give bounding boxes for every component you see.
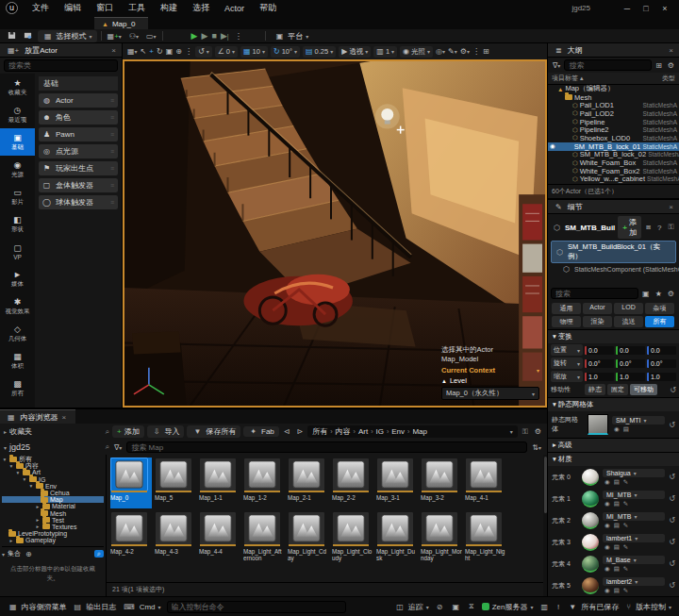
lock-icon[interactable]: ⚿ xyxy=(667,223,676,232)
add-component-button[interactable]: +添加 xyxy=(618,216,641,239)
chip-rendering[interactable]: 渲染 xyxy=(583,316,612,327)
help-icon[interactable]: ? xyxy=(655,224,663,232)
category-vp[interactable]: ▢VP xyxy=(0,238,35,265)
rotation-x-field[interactable]: 0.0° xyxy=(585,359,614,368)
minimize-button[interactable]: ─ xyxy=(619,4,636,13)
snap-options-icon[interactable]: ⋮ xyxy=(185,47,192,56)
browse-icon[interactable]: ◉ xyxy=(604,522,610,529)
browse-icon[interactable]: ◉ xyxy=(604,565,610,573)
select-mode-dropdown[interactable]: ▦ 选择模式 ▾ xyxy=(38,30,97,42)
category-media[interactable]: ►媒体 xyxy=(0,265,35,292)
save-all-button[interactable]: ▼保存所有 xyxy=(187,425,240,438)
favorites-header[interactable]: ▸收藏夹 ⌕ xyxy=(4,426,109,437)
browse-icon[interactable]: ◉ xyxy=(604,587,610,594)
outliner-row[interactable]: ⬡Pipeline2StaticMeshA xyxy=(548,125,679,134)
staticmesh-section-header[interactable]: ▾ 静态网格体 xyxy=(548,397,679,411)
gear-icon[interactable]: ⚙▾ xyxy=(460,47,470,56)
menu-tools[interactable]: 工具 xyxy=(122,2,152,14)
asset-tile[interactable]: Map_2-2 xyxy=(332,458,373,508)
asset-tile[interactable]: Map_1-2 xyxy=(243,458,285,508)
gear-icon[interactable]: ⚙ xyxy=(533,427,543,436)
eye-icon[interactable]: ◉ xyxy=(550,142,555,150)
close-icon[interactable]: × xyxy=(669,203,673,211)
staticmesh-asset-dropdown[interactable]: SM_MTI▾ xyxy=(612,416,665,425)
category-volumes[interactable]: ▦体积 xyxy=(0,347,35,375)
category-all[interactable]: ▩所有 xyxy=(0,375,35,402)
asset-tile[interactable]: Map_Light_Dusk xyxy=(376,511,418,562)
details-tab[interactable]: ✎ 细节 × xyxy=(548,200,679,214)
menu-select[interactable]: 选择 xyxy=(186,2,216,14)
display-options-icon[interactable]: ▣ xyxy=(640,290,652,298)
gear-icon[interactable]: ⚙ xyxy=(666,290,676,298)
chip-streaming[interactable]: 流送 xyxy=(614,316,643,327)
source-control-icon[interactable] xyxy=(22,31,34,42)
favorite-icon[interactable]: ★ xyxy=(654,290,664,298)
cmd-dropdown[interactable]: ⌨Cmd▾ xyxy=(122,603,160,611)
viewport-canvas[interactable]: 选择其中的Actor Map_Model Current Context▾ ▲L… xyxy=(123,59,547,408)
search-icon[interactable]: ⌕ xyxy=(106,427,109,437)
outliner-row[interactable]: ⬡Yellow_w...e_cabinetStaticMeshA xyxy=(548,175,679,184)
pick-icon[interactable]: ✎ xyxy=(623,500,628,508)
material-thumbnail[interactable] xyxy=(582,577,599,594)
all-saved-status[interactable]: ▼所有已保存 xyxy=(567,602,619,612)
content-browser-tab[interactable]: ▦ 内容浏览器 × xyxy=(0,409,75,424)
material-thumbnail[interactable] xyxy=(582,469,599,486)
search-icon[interactable]: ⌕ xyxy=(94,550,104,558)
rotation-snap-small[interactable]: ∠0▾ xyxy=(215,46,238,58)
copy-icon[interactable]: ▤ xyxy=(614,522,620,529)
maximize-button[interactable]: □ xyxy=(638,4,654,13)
play-frame-button[interactable]: ▶ xyxy=(202,31,208,41)
place-item-player-start[interactable]: ⚑玩家出生点≡ xyxy=(39,161,118,175)
asset-tile[interactable]: Map_4-2 xyxy=(110,511,152,562)
browse-icon[interactable]: ◉ xyxy=(604,478,610,486)
place-actors-search-input[interactable] xyxy=(4,59,118,72)
maximize-viewport-icon[interactable]: ⊞ xyxy=(483,47,489,56)
rotation-z-field[interactable]: 0.0° xyxy=(647,359,676,368)
tree-node-map[interactable]: Map xyxy=(2,496,104,503)
more-options-icon[interactable]: ⋮ xyxy=(472,47,480,56)
scale-x-field[interactable]: 1.0 xyxy=(585,373,614,381)
place-item-character[interactable]: ☻角色≡ xyxy=(39,110,118,125)
asset-tile[interactable]: Map_Light_Afternoon xyxy=(243,511,285,562)
breadcrumb-env[interactable]: Env xyxy=(391,427,405,436)
scale-dropdown[interactable]: 缩放▾ xyxy=(551,371,583,382)
menu-window[interactable]: 窗口 xyxy=(90,2,120,14)
breadcrumb-content[interactable]: 内容 xyxy=(336,426,351,437)
close-button[interactable]: × xyxy=(656,4,673,13)
materials-section-header[interactable]: ▾ 材质 xyxy=(548,452,679,466)
material-dropdown[interactable]: MI_MTB▾ xyxy=(603,512,665,521)
rotate-tool-icon[interactable]: ↻ xyxy=(157,47,163,56)
chip-actor[interactable]: Actor xyxy=(583,303,612,314)
output-log-button[interactable]: ▤输出日志 xyxy=(73,602,117,612)
scrollbar[interactable] xyxy=(543,455,547,596)
save-icon[interactable] xyxy=(6,31,18,42)
tree-node-mesh[interactable]: Mesh xyxy=(2,510,104,517)
launch-button[interactable]: ▶| xyxy=(221,31,229,41)
category-cinematic[interactable]: ▭影片 xyxy=(0,183,35,210)
category-visual-effects[interactable]: ✱视觉效果 xyxy=(0,292,35,320)
asset-tile[interactable]: Map_4-4 xyxy=(199,511,240,562)
copy-icon[interactable]: ▤ xyxy=(614,500,620,508)
camera-mode-dropdown[interactable]: ▶透视▾ xyxy=(339,46,371,58)
play-options-icon[interactable]: ⋮ xyxy=(233,32,244,41)
cinematics-icon[interactable]: ▭▾ xyxy=(144,32,158,41)
menu-help[interactable]: 帮助 xyxy=(253,2,283,14)
pick-icon[interactable]: ✎ xyxy=(623,543,628,551)
viewport-options-icon[interactable]: ▦▾ xyxy=(127,47,138,56)
close-icon[interactable]: × xyxy=(111,46,116,55)
asset-tile[interactable]: Map_4-3 xyxy=(155,511,196,562)
rotation-snap-dropdown[interactable]: ↻10°▾ xyxy=(271,46,300,58)
tree-node-test[interactable]: ▸Test xyxy=(2,517,104,524)
console-command-input[interactable] xyxy=(167,601,346,613)
outliner-row-folder[interactable]: Mesh xyxy=(548,93,679,102)
reset-icon[interactable]: ↺ xyxy=(669,516,675,524)
trace-dropdown[interactable]: ◫追踪▾ xyxy=(394,602,429,612)
add-actor-icon[interactable]: ▦+▾ xyxy=(106,32,124,41)
level-tab[interactable]: ▲ Map_0 xyxy=(94,17,148,29)
project-tree-header[interactable]: ▾jgd25 ⌕ xyxy=(4,442,109,452)
outliner-row[interactable]: ⬡Pail_LOD1StaticMeshA xyxy=(548,101,679,109)
place-actors-tab[interactable]: ▦+ 放置Actor × xyxy=(0,43,122,58)
version-control-dropdown[interactable]: ⑂版本控制▾ xyxy=(624,602,671,612)
tree-node-content[interactable]: ▾内容 xyxy=(2,462,104,469)
gear-icon[interactable]: ⚙ xyxy=(666,61,676,70)
